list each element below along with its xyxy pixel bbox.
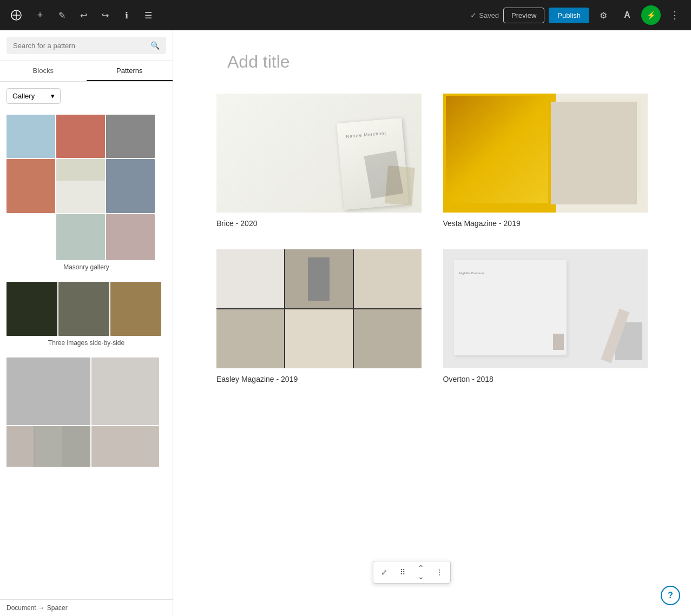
wp-logo[interactable] (6, 5, 26, 25)
page-title-placeholder[interactable]: Add title (216, 52, 648, 72)
gallery-img-easley (216, 249, 422, 368)
masonry-pattern-section[interactable]: Masonry gallery (6, 115, 166, 271)
sidebar: 🔍 Blocks Patterns Gallery ▾ (0, 30, 173, 616)
editor-canvas[interactable]: Add title Nature Merchant Brice - 2020 (173, 30, 691, 616)
category-dropdown-wrap: Gallery ▾ (0, 82, 173, 110)
style-button[interactable]: A (617, 5, 637, 25)
publish-button[interactable]: Publish (549, 8, 589, 23)
saved-label: Saved (479, 11, 499, 19)
search-input-wrap: 🔍 (6, 37, 166, 54)
gallery-img-vesta (443, 94, 648, 213)
search-bar: 🔍 (0, 30, 173, 61)
breadcrumb-arrow: → (38, 604, 45, 612)
more-menu-button[interactable]: ⋮ (665, 5, 685, 25)
caption-vesta: Vesta Magazine - 2019 (443, 219, 648, 228)
caption-brice: Brice - 2020 (216, 219, 422, 228)
room-pattern-preview (6, 357, 161, 467)
redo-button[interactable]: ↪ (95, 5, 115, 25)
chevron-up-down-icon: ⌃⌄ (418, 564, 424, 581)
gallery-img-overton: Highlife Premium (443, 249, 648, 368)
move-button[interactable]: ⌃⌄ (412, 564, 430, 581)
chevron-down-icon: ▾ (51, 92, 55, 100)
gallery-row-1: Nature Merchant Brice - 2020 Vesta Magaz… (216, 94, 648, 228)
floating-toolbar: ⤢ ⠿ ⌃⌄ ⋮ (373, 561, 451, 584)
help-button[interactable]: ? (661, 586, 680, 605)
drag-handle[interactable]: ⠿ (394, 564, 411, 581)
masonry-label: Masonry gallery (6, 263, 166, 271)
caption-overton: Overton - 2018 (443, 375, 648, 383)
list-view-button[interactable]: ☰ (139, 5, 158, 25)
tab-patterns[interactable]: Patterns (87, 61, 173, 81)
caption-easley: Easley Magazine - 2019 (216, 375, 422, 383)
add-block-button[interactable]: + (30, 5, 50, 25)
gallery-row-2: Easley Magazine - 2019 Highlife Premium … (216, 249, 648, 383)
more-options-button[interactable]: ⋮ (431, 564, 448, 581)
gallery-item-overton[interactable]: Highlife Premium Overton - 2018 (443, 249, 648, 383)
edit-button[interactable]: ✎ (52, 5, 71, 25)
three-images-preview (6, 282, 161, 336)
three-images-section[interactable]: Three images side-by-side (6, 282, 166, 347)
gallery-item-easley[interactable]: Easley Magazine - 2019 (216, 249, 422, 383)
tab-bar: Blocks Patterns (0, 61, 173, 82)
room-pattern-section[interactable] (6, 357, 166, 467)
category-dropdown[interactable]: Gallery ▾ (6, 88, 61, 104)
tab-blocks[interactable]: Blocks (0, 61, 87, 81)
saved-status: ✓ Saved (470, 11, 499, 19)
search-input[interactable] (13, 42, 146, 50)
energy-button[interactable]: ⚡ (641, 5, 661, 25)
info-button[interactable]: ℹ (117, 5, 136, 25)
masonry-preview (6, 115, 161, 260)
gallery-item-vesta[interactable]: Vesta Magazine - 2019 (443, 94, 648, 228)
preview-button[interactable]: Preview (503, 8, 544, 23)
settings-button[interactable]: ⚙ (594, 5, 613, 25)
expand-button[interactable]: ⤢ (376, 564, 393, 581)
undo-button[interactable]: ↩ (74, 5, 93, 25)
main-layout: 🔍 Blocks Patterns Gallery ▾ (0, 0, 691, 616)
three-images-label: Three images side-by-side (6, 339, 166, 347)
breadcrumb: Document → Spacer (0, 599, 173, 616)
patterns-list: Masonry gallery Three images side-by-sid… (0, 110, 173, 599)
main-toolbar: + ✎ ↩ ↪ ℹ ☰ ✓ Saved Preview Publish ⚙ A … (0, 0, 691, 30)
dropdown-selected: Gallery (12, 92, 35, 100)
gallery-img-brice: Nature Merchant (216, 94, 422, 213)
breadcrumb-spacer[interactable]: Spacer (47, 604, 68, 612)
breadcrumb-document[interactable]: Document (6, 604, 36, 612)
gallery-item-brice[interactable]: Nature Merchant Brice - 2020 (216, 94, 422, 228)
search-icon: 🔍 (150, 41, 160, 50)
